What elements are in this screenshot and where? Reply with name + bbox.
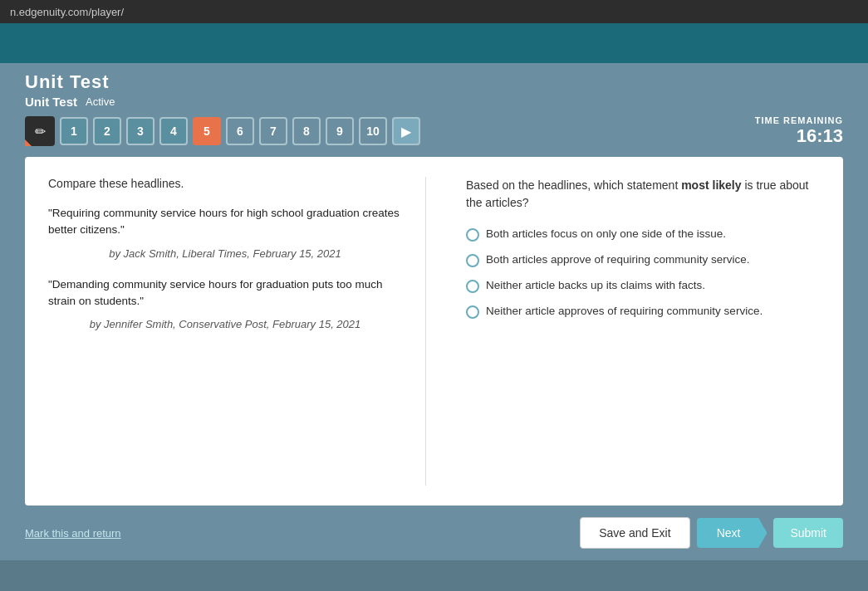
page-subtitle: Unit Test [25, 95, 77, 109]
question-text: Based on the headlines, which statement … [466, 177, 820, 212]
pencil-button[interactable]: ✏ [25, 116, 55, 146]
answer-text-4: Neither article approves of requiring co… [486, 304, 763, 320]
page-num-label: 9 [336, 125, 343, 138]
page-num-label: 4 [170, 125, 177, 138]
page-num-label: 1 [71, 125, 77, 138]
page-num-label: 6 [237, 125, 243, 138]
article2-byline: by Jennifer Smith, Conservative Post, Fe… [48, 318, 402, 330]
page-btn-9[interactable]: 9 [326, 117, 354, 145]
status-badge: Active [86, 95, 115, 108]
page-btn-7[interactable]: 7 [259, 117, 287, 145]
page-title-large: Unit Test [25, 71, 843, 93]
article2-quote: "Demanding community service hours for g… [48, 276, 402, 310]
page-btn-2[interactable]: 2 [93, 117, 121, 145]
nav-row: ✏ 1 2 3 4 5 6 7 8 [25, 115, 843, 147]
answer-text-2: Both articles approve of requiring commu… [486, 252, 749, 268]
page-num-label: 5 [204, 125, 210, 138]
page-num-label: 8 [303, 125, 310, 138]
page-btn-8[interactable]: 8 [292, 117, 321, 145]
next-button[interactable]: Next [697, 518, 767, 548]
mark-return-link[interactable]: Mark this and return [25, 527, 121, 540]
answer-option-2[interactable]: Both articles approve of requiring commu… [466, 252, 820, 268]
save-exit-button[interactable]: Save and Exit [580, 517, 689, 549]
page-btn-3[interactable]: 3 [126, 117, 154, 145]
pencil-icon: ✏ [35, 124, 46, 139]
radio-1[interactable] [466, 228, 479, 242]
page-subtitle-row: Unit Test Active [25, 95, 843, 109]
content-area: Compare these headlines. "Requiring comm… [25, 157, 843, 506]
next-page-button[interactable]: ▶ [392, 117, 420, 145]
page-num-label: 3 [137, 125, 144, 138]
browser-bar: n.edgenuity.com/player/ [0, 0, 868, 23]
submit-button[interactable]: Submit [773, 518, 843, 548]
left-panel: Compare these headlines. "Requiring comm… [48, 177, 426, 486]
page-btn-1[interactable]: 1 [60, 117, 88, 145]
time-remaining-display: TIME REMAINING 16:13 [755, 115, 843, 147]
answer-text-3: Neither article backs up its claims with… [486, 278, 705, 294]
answer-text-1: Both articles focus on only one side of … [486, 227, 726, 242]
page-btn-10[interactable]: 10 [359, 117, 387, 145]
page-num-label: 10 [366, 125, 380, 138]
article1-quote: "Requiring community service hours for h… [48, 205, 402, 239]
answer-option-3[interactable]: Neither article backs up its claims with… [466, 278, 820, 294]
radio-2[interactable] [466, 254, 479, 267]
compare-heading: Compare these headlines. [48, 177, 402, 190]
article1-byline: by Jack Smith, Liberal Times, February 1… [48, 247, 402, 260]
main-container: Unit Test Unit Test Active ✏ 1 2 3 4 [0, 63, 868, 506]
page-btn-6[interactable]: 6 [226, 117, 254, 145]
page-num-label: 2 [104, 125, 110, 138]
answer-option-1[interactable]: Both articles focus on only one side of … [466, 227, 820, 242]
page-header: Unit Test Unit Test Active [25, 63, 843, 109]
top-banner [0, 23, 868, 63]
footer-bar: Mark this and return Save and Exit Next … [0, 506, 868, 560]
page-num-label: 7 [270, 125, 277, 138]
browser-url: n.edgenuity.com/player/ [10, 6, 124, 18]
radio-3[interactable] [466, 280, 479, 293]
time-remaining-label: TIME REMAINING [755, 115, 843, 125]
page-btn-4[interactable]: 4 [159, 117, 188, 145]
time-remaining-value: 16:13 [755, 125, 843, 147]
nav-left: ✏ 1 2 3 4 5 6 7 8 [25, 116, 420, 146]
answer-option-4[interactable]: Neither article approves of requiring co… [466, 304, 820, 320]
right-panel: Based on the headlines, which statement … [459, 177, 820, 486]
page-btn-5[interactable]: 5 [193, 117, 221, 145]
footer-buttons: Save and Exit Next Submit [580, 517, 843, 549]
next-page-icon: ▶ [401, 124, 411, 139]
radio-4[interactable] [466, 305, 479, 319]
